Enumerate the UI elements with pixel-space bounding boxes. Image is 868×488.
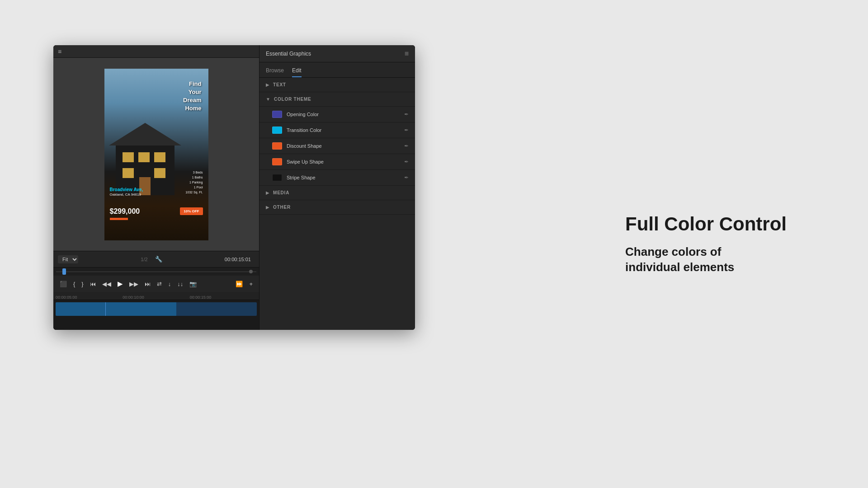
color-item-swipe-up: Swipe Up Shape ✒ [259,154,415,170]
address-detail: Oakland, CA 94619 [110,192,143,197]
swipe-up-shape-label: Swipe Up Shape [287,159,404,164]
loop-button[interactable]: ⇄ [155,280,164,288]
house-window-3 [154,152,165,162]
stripe-shape-swatch[interactable] [272,174,282,181]
other-section-header[interactable]: ▶ OTHER [259,200,415,215]
fit-dropdown[interactable]: Fit [58,255,78,263]
transition-color-eyedropper-icon[interactable]: ✒ [404,127,409,133]
play-button[interactable]: ▶ [116,279,125,289]
step-back-button[interactable]: ⏮ [88,280,98,288]
property-details: 3 Beds1 Baths1 Parking1 Pool1032 Sq. Ft. [185,170,203,195]
price-text: $299,000 [110,207,140,216]
sub-heading: Change colors ofindividual elements [625,244,787,275]
house-window-4 [123,168,134,178]
color-item-opening: Opening Color ✒ [259,107,415,122]
opening-color-label: Opening Color [287,112,404,117]
address-block: Broadview Ave, Oakland, CA 94619 [110,187,143,197]
media-chevron-icon: ▶ [266,190,269,195]
eg-tabs: Browse Edit [259,62,415,78]
color-theme-section: ▼ COLOR THEME Opening Color ✒ Transition… [259,92,415,186]
hamburger-icon[interactable]: ≡ [58,48,61,55]
ruler-label-2: 00:00:10:00 [123,295,189,300]
text-section-header[interactable]: ▶ TEXT [259,78,415,92]
timecode-display: 00:00:15:01 [225,257,251,262]
address-name: Broadview Ave, [110,187,143,192]
discount-badge: 10% OFF [180,207,203,215]
text-section-label: TEXT [273,82,286,87]
ruler-label-3: 00:00:15:00 [190,295,257,300]
opening-color-swatch[interactable] [272,111,282,118]
opening-color-eyedropper-icon[interactable]: ✒ [404,111,409,117]
color-theme-header[interactable]: ▼ COLOR THEME [259,92,415,107]
video-panel: ≡ [53,45,259,330]
timeline-controls: Fit 1/2 🔧 00:00:15:01 [53,251,259,267]
price-block: $299,000 10% OFF [110,207,203,216]
camera-button[interactable]: 📷 [188,280,198,288]
color-item-discount: Discount Shape ✒ [259,138,415,154]
video-preview-area: FindYourDreamHome Broadview Ave, Oakland… [53,58,259,251]
color-item-stripe: Stripe Shape ✒ [259,170,415,186]
house-window-5 [154,168,165,178]
trim-in-button[interactable]: { [71,280,77,288]
scrubber-line [56,272,256,272]
eg-menu-icon[interactable]: ≡ [405,50,409,58]
mark-in-button[interactable]: ⬛ [58,280,69,288]
scrubber-area[interactable] [53,267,259,276]
timeline-ruler: 00:00:05:00 00:00:10:00 00:00:15:00 [53,292,259,300]
insert-button[interactable]: ↓ [166,280,173,288]
eg-content: ▶ TEXT ▼ COLOR THEME Opening Color ✒ [259,78,415,330]
scrubber-end [249,270,253,273]
other-chevron-icon: ▶ [266,205,269,210]
tab-edit[interactable]: Edit [292,67,302,77]
ruler-label-1: 00:00:05:00 [56,295,123,300]
orange-bar [110,218,128,220]
swipe-up-shape-eyedropper-icon[interactable]: ✒ [404,159,409,165]
transition-color-label: Transition Color [287,127,404,133]
color-item-transition: Transition Color ✒ [259,122,415,138]
video-panel-header: ≡ [53,45,259,58]
transition-color-swatch[interactable] [272,127,282,134]
playback-controls: ⬛ { } ⏮ ◀◀ ▶ ▶▶ ⏭ ⇄ ↓ ↓↓ 📷 ⏩ + [53,276,259,292]
playhead-line [105,302,106,316]
house-window-1 [123,152,134,162]
add-button[interactable]: + [247,280,255,288]
app-window: ≡ [53,45,415,330]
timeline-area: Fit 1/2 🔧 00:00:15:01 ⬛ { } ⏮ ◀◀ ▶ ▶▶ [53,251,259,330]
eg-panel-header: Essential Graphics ≡ [259,45,415,62]
ratio-display: 1/2 [141,257,147,262]
house-window-2 [138,152,150,162]
house-roof [109,123,181,145]
stripe-shape-label: Stripe Shape [287,175,404,180]
color-theme-chevron-icon: ▼ [266,97,270,102]
main-heading: Full Color Control [625,213,787,235]
frame-back-button[interactable]: ◀◀ [100,280,113,288]
step-forward-button[interactable]: ⏭ [143,280,152,288]
discount-shape-swatch[interactable] [272,142,282,150]
house-shape [109,123,181,195]
overwrite-button[interactable]: ↓↓ [175,280,185,288]
discount-shape-eyedropper-icon[interactable]: ✒ [404,143,409,149]
swipe-up-shape-swatch[interactable] [272,158,282,165]
color-theme-label: COLOR THEME [274,97,311,102]
trim-out-button[interactable]: } [80,280,85,288]
other-section-label: OTHER [273,205,291,210]
timeline-track-area: 00:00:05:00 00:00:10:00 00:00:15:00 [53,292,259,318]
tab-browse[interactable]: Browse [266,67,284,77]
video-overlay-text: FindYourDreamHome [183,80,201,113]
settings-button[interactable]: ⏩ [234,280,245,288]
frame-forward-button[interactable]: ▶▶ [127,280,140,288]
scrubber-handle[interactable] [62,268,66,275]
text-chevron-icon: ▶ [266,82,269,87]
discount-shape-label: Discount Shape [287,143,404,149]
video-content: FindYourDreamHome Broadview Ave, Oakland… [104,69,208,240]
timeline-track[interactable] [56,302,257,316]
media-section-label: MEDIA [273,190,289,195]
eg-title: Essential Graphics [266,51,311,57]
right-content: Full Color Control Change colors ofindiv… [625,213,787,275]
media-section-header[interactable]: ▶ MEDIA [259,186,415,200]
eg-panel: Essential Graphics ≡ Browse Edit ▶ TEXT … [259,45,415,330]
stripe-shape-eyedropper-icon[interactable]: ✒ [404,174,409,181]
wrench-icon: 🔧 [155,256,162,263]
